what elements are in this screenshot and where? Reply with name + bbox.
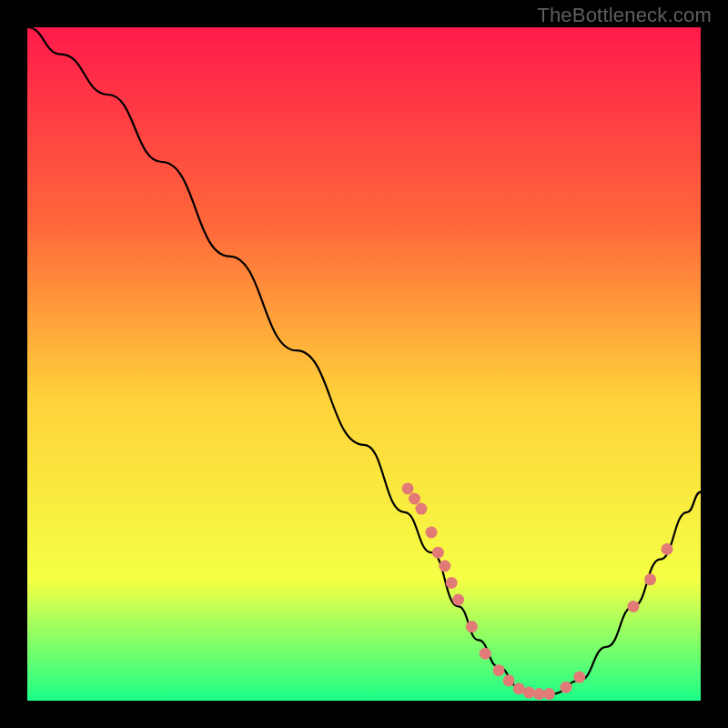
data-marker — [503, 674, 515, 686]
data-marker — [493, 664, 505, 676]
data-marker — [439, 561, 450, 572]
chart-frame: TheBottleneck.com — [0, 0, 728, 728]
data-marker — [523, 687, 535, 699]
data-marker — [662, 543, 673, 555]
data-marker — [543, 688, 555, 700]
plot-area — [27, 27, 701, 701]
data-marker — [426, 527, 438, 539]
data-marker — [480, 648, 491, 660]
data-marker — [432, 547, 444, 559]
data-marker — [561, 682, 572, 693]
data-marker — [409, 493, 420, 505]
gradient-bg — [27, 27, 701, 701]
bottleneck-chart — [27, 27, 701, 701]
data-marker — [446, 577, 458, 589]
data-marker — [466, 621, 478, 632]
data-marker — [452, 594, 464, 606]
data-marker — [402, 482, 414, 494]
data-marker — [573, 672, 585, 683]
watermark-text: TheBottleneck.com — [537, 4, 712, 27]
data-marker — [533, 688, 545, 700]
data-marker — [513, 682, 525, 694]
data-marker — [644, 573, 656, 585]
data-marker — [628, 601, 640, 612]
data-marker — [415, 503, 427, 515]
